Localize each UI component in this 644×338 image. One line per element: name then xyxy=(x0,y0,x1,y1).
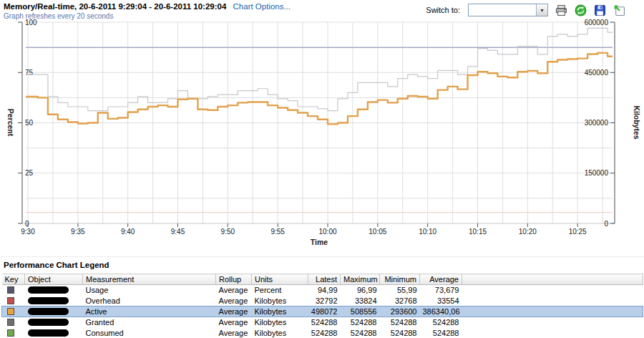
series-color-swatch xyxy=(7,319,14,326)
filler-cell xyxy=(462,317,643,328)
object-redacted-blob xyxy=(28,297,69,304)
popup-chart-button[interactable] xyxy=(613,4,625,16)
measurement-cell: Overhead xyxy=(83,296,216,306)
x-axis-tick-label: 10:25 xyxy=(569,228,587,236)
rollup-cell: Average xyxy=(216,328,252,338)
rollup-cell: Average xyxy=(216,317,252,328)
average-cell: 73,679 xyxy=(420,285,462,296)
minimum-cell: 32768 xyxy=(380,296,420,306)
x-axis-tick-label: 10:05 xyxy=(369,228,386,236)
object-cell xyxy=(25,296,83,306)
right-axis-tick-label: 450000 xyxy=(585,69,609,77)
latest-cell: 498072 xyxy=(308,306,341,317)
latest-cell: 32792 xyxy=(308,296,341,306)
object-redacted-blob xyxy=(28,329,69,337)
x-axis-tick-label: 10:20 xyxy=(519,228,537,236)
legend-row-granted[interactable]: GrantedAverageKilobytes52428852428852428… xyxy=(2,317,643,328)
right-axis-tick-label: 150000 xyxy=(585,169,609,177)
memory-performance-chart: 025507510001500003000004500006000009:309… xyxy=(0,19,644,256)
left-axis-tick-label: 75 xyxy=(25,69,34,77)
units-cell: Kilobytes xyxy=(252,306,308,317)
series-color-swatch xyxy=(7,308,14,315)
print-button[interactable] xyxy=(555,4,567,16)
column-header-key: Key xyxy=(2,274,25,285)
x-axis-title: Time xyxy=(311,238,328,246)
page-title: Memory/Real-time, 20-6-2011 9:29:04 - 20… xyxy=(4,2,226,11)
key-swatch xyxy=(2,296,25,306)
units-cell: Kilobytes xyxy=(252,317,308,328)
object-redacted-blob xyxy=(28,308,69,315)
rollup-cell: Average xyxy=(216,306,252,317)
units-cell: Kilobytes xyxy=(252,328,308,338)
latest-cell: 524288 xyxy=(308,328,341,338)
rollup-cell: Average xyxy=(216,285,252,296)
x-axis-tick-label: 10:00 xyxy=(318,228,336,236)
legend-table-body: UsageAveragePercent94,9996,9955,9973,679… xyxy=(2,285,643,338)
average-cell: 386340,06 xyxy=(420,306,462,317)
average-cell: 524288 xyxy=(420,317,462,328)
series-usage-line xyxy=(26,28,613,110)
column-header-average: Average xyxy=(420,274,462,285)
minimum-cell: 293600 xyxy=(380,306,420,317)
print-icon xyxy=(555,4,567,16)
column-header-minimum: Minimum xyxy=(380,274,420,285)
object-cell xyxy=(25,317,83,328)
latest-cell: 524288 xyxy=(308,317,341,328)
column-header-rollup: Rollup xyxy=(216,274,252,285)
refresh-button[interactable] xyxy=(574,4,587,16)
x-axis-tick-label: 9:55 xyxy=(270,228,285,236)
right-axis-tick-label: 0 xyxy=(604,220,608,228)
refresh-icon xyxy=(575,4,587,16)
chart-options-link[interactable]: Chart Options... xyxy=(233,2,291,11)
series-color-swatch xyxy=(7,297,14,304)
measurement-cell: Active xyxy=(83,306,216,317)
x-axis-tick-label: 10:15 xyxy=(469,228,487,236)
left-axis-tick-label: 100 xyxy=(25,19,37,26)
series-color-swatch xyxy=(7,286,14,294)
units-cell: Percent xyxy=(252,285,308,296)
legend-table: KeyObjectMeasurementRollupUnitsLatestMax… xyxy=(1,274,643,338)
legend-row-active[interactable]: ActiveAverageKilobytes498072508556293600… xyxy=(2,306,643,317)
key-swatch xyxy=(2,328,25,338)
maximum-cell: 508556 xyxy=(341,306,380,317)
switch-to-label: Switch to: xyxy=(426,6,460,14)
save-button[interactable] xyxy=(593,4,606,16)
series-active-line xyxy=(26,53,613,125)
legend-header-row: KeyObjectMeasurementRollupUnitsLatestMax… xyxy=(2,274,643,285)
x-axis-tick-label: 10:10 xyxy=(419,228,436,236)
column-header-latest: Latest xyxy=(308,274,341,285)
minimum-cell: 55,99 xyxy=(380,285,420,296)
chart-toolbar: Switch to: ▼ xyxy=(426,4,625,16)
filler-cell xyxy=(462,296,643,306)
object-cell xyxy=(25,306,83,317)
measurement-cell: Consumed xyxy=(83,328,216,338)
object-redacted-blob xyxy=(28,319,69,326)
minimum-cell: 524288 xyxy=(380,317,420,328)
filler-cell xyxy=(462,285,643,296)
legend-row-usage[interactable]: UsageAveragePercent94,9996,9955,9973,679 xyxy=(2,285,643,296)
key-swatch xyxy=(2,306,25,317)
x-axis-tick-label: 9:30 xyxy=(21,228,35,236)
x-axis-tick-label: 9:45 xyxy=(171,228,185,236)
minimum-cell: 524288 xyxy=(380,328,420,338)
maximum-cell: 524288 xyxy=(341,328,380,338)
series-color-swatch xyxy=(7,329,14,337)
switch-to-select[interactable]: ▼ xyxy=(468,4,548,16)
column-header-measurement: Measurement xyxy=(83,274,216,285)
performance-chart-panel: Memory/Real-time, 20-6-2011 9:29:04 - 20… xyxy=(0,0,644,338)
chart-header: Memory/Real-time, 20-6-2011 9:29:04 - 20… xyxy=(4,2,291,20)
x-axis-tick-label: 9:40 xyxy=(121,228,135,236)
x-axis-tick-label: 9:50 xyxy=(221,228,235,236)
column-header-units: Units xyxy=(252,274,308,285)
column-header-object: Object xyxy=(25,274,83,285)
right-axis-title: Kilobytes xyxy=(633,105,641,139)
filler-cell xyxy=(462,328,643,338)
key-swatch xyxy=(2,317,25,328)
object-redacted-blob xyxy=(28,286,69,294)
legend-row-overhead[interactable]: OverheadAverageKilobytes3279233824327683… xyxy=(2,296,643,306)
maximum-cell: 524288 xyxy=(341,317,380,328)
right-axis-tick-label: 300000 xyxy=(585,119,609,127)
column-header-maximum: Maximum xyxy=(341,274,380,285)
left-axis-title: Percent xyxy=(6,109,15,137)
legend-row-consumed[interactable]: ConsumedAverageKilobytes5242885242885242… xyxy=(2,328,643,338)
